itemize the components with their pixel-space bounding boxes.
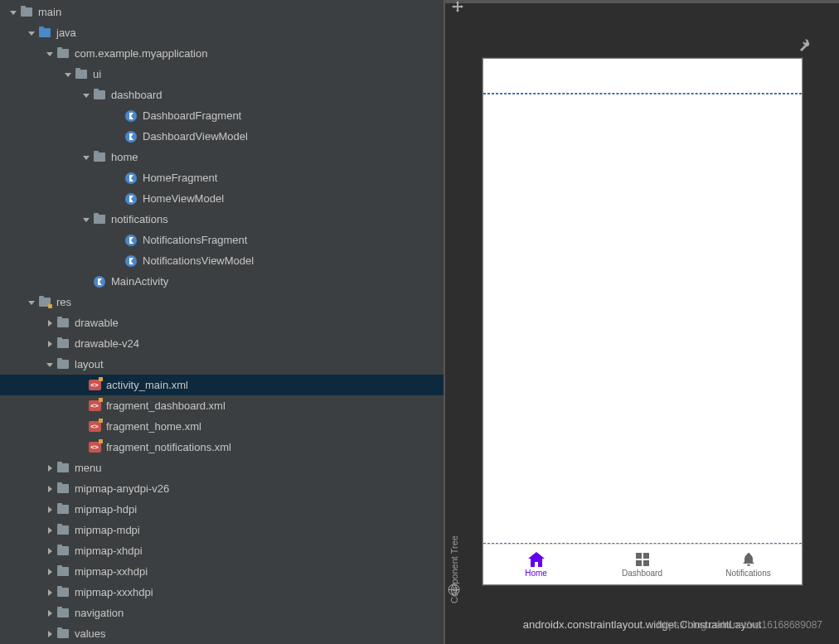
folder-icon [56, 607, 70, 620]
package-icon [93, 151, 106, 164]
tree-node-mipmap[interactable]: mipmap-xxxhdpi [0, 582, 444, 603]
tree-node-file[interactable]: fragment_dashboard.xml [0, 395, 444, 416]
chevron-right-icon[interactable] [43, 503, 56, 516]
tree-label: res [56, 296, 71, 308]
chevron-right-icon[interactable] [43, 524, 56, 537]
xml-layout-icon [88, 441, 101, 454]
dashboard-icon [634, 552, 651, 567]
tree-node-activity-main[interactable]: activity_main.xml [0, 375, 444, 395]
folder-icon [56, 503, 70, 516]
chevron-down-icon[interactable] [80, 89, 93, 102]
tree-node-file[interactable]: HomeFragment [0, 167, 444, 188]
tree-label: mipmap-mdpi [75, 524, 140, 536]
folder-icon [56, 586, 70, 599]
tree-label: main [38, 6, 61, 18]
tree-label: activity_main.xml [106, 379, 188, 391]
chevron-down-icon[interactable] [7, 6, 20, 19]
tree-node-file[interactable]: HomeViewModel [0, 188, 444, 209]
project-tree-panel[interactable]: main java com.example.myapplication ui d… [0, 0, 444, 644]
chevron-down-icon[interactable] [25, 296, 38, 309]
tree-node-file[interactable]: NotificationsFragment [0, 230, 444, 250]
package-icon [56, 47, 70, 61]
tree-label: DashboardFragment [143, 109, 241, 122]
chevron-right-icon[interactable] [43, 607, 56, 620]
chevron-right-icon[interactable] [43, 565, 56, 579]
tree-label: ui [93, 68, 101, 80]
tree-node-file[interactable]: NotificationsViewModel [0, 250, 444, 271]
kotlin-class-icon [93, 275, 106, 288]
chevron-right-icon[interactable] [43, 317, 56, 330]
folder-icon [38, 27, 51, 40]
folder-icon [56, 482, 70, 496]
tree-label: NotificationsViewModel [143, 254, 254, 267]
chevron-right-icon[interactable] [43, 462, 56, 475]
tree-label: fragment_home.xml [106, 420, 201, 433]
folder-icon [20, 6, 33, 19]
tree-label: fragment_notifications.xml [106, 441, 231, 453]
tree-node-mipmap[interactable]: mipmap-xhdpi [0, 540, 444, 561]
tree-node-menu[interactable]: menu [0, 458, 444, 478]
kotlin-class-icon [124, 234, 138, 247]
nav-item-home[interactable]: Home [483, 545, 589, 584]
kotlin-class-icon [124, 109, 138, 123]
tree-node-file[interactable]: fragment_home.xml [0, 416, 444, 437]
kotlin-class-icon [124, 254, 138, 268]
tree-label: com.example.myapplication [75, 47, 207, 60]
tree-node-mipmap[interactable]: mipmap-hdpi [0, 499, 444, 520]
chevron-down-icon[interactable] [61, 68, 75, 81]
tree-node-java[interactable]: java [0, 22, 444, 43]
tree-label: mipmap-xxhdpi [75, 565, 148, 578]
tree-node-package[interactable]: com.example.myapplication [0, 43, 444, 64]
tree-node-ui[interactable]: ui [0, 64, 444, 85]
tree-node-file[interactable]: DashboardFragment [0, 105, 444, 126]
tree-node-drawable-v24[interactable]: drawable-v24 [0, 333, 444, 354]
chevron-right-icon[interactable] [43, 627, 56, 641]
chevron-right-icon[interactable] [43, 337, 56, 351]
svg-rect-11 [643, 553, 649, 559]
tree-label: HomeViewModel [143, 192, 224, 205]
tree-node-notifications[interactable]: notifications [0, 209, 444, 230]
device-frame[interactable]: Home Dashboard Notifications [483, 58, 803, 585]
chevron-down-icon[interactable] [80, 151, 93, 164]
kotlin-class-icon [124, 130, 138, 143]
tree-label: mipmap-anydpi-v26 [75, 482, 169, 495]
chevron-right-icon[interactable] [43, 545, 56, 558]
tree-node-mipmap[interactable]: mipmap-mdpi [0, 520, 444, 540]
tree-node-file[interactable]: DashboardViewModel [0, 126, 444, 147]
tree-node-navigation[interactable]: navigation [0, 603, 444, 623]
tree-node-res[interactable]: res [0, 292, 444, 312]
tree-node-dashboard[interactable]: dashboard [0, 85, 444, 105]
tree-label: layout [75, 358, 104, 370]
chevron-down-icon[interactable] [80, 213, 93, 226]
nav-label: Notifications [725, 569, 770, 578]
chevron-right-icon[interactable] [43, 482, 56, 496]
nav-label: Dashboard [622, 569, 662, 578]
tree-node-file[interactable]: fragment_notifications.xml [0, 437, 444, 458]
tree-node-mipmap[interactable]: mipmap-anydpi-v26 [0, 478, 444, 499]
design-canvas[interactable]: Home Dashboard Notifications [445, 0, 839, 644]
tree-node-main[interactable]: main [0, 2, 444, 22]
chevron-right-icon[interactable] [43, 586, 56, 599]
chevron-down-icon[interactable] [25, 27, 38, 40]
tree-label: mipmap-hdpi [75, 503, 137, 516]
chevron-down-icon[interactable] [43, 358, 56, 371]
svg-rect-12 [636, 560, 642, 566]
tree-label: java [56, 27, 76, 39]
tree-node-values[interactable]: values [0, 623, 444, 644]
tree-node-mipmap[interactable]: mipmap-xxhdpi [0, 561, 444, 582]
chevron-down-icon[interactable] [43, 47, 56, 61]
tree-node-drawable[interactable]: drawable [0, 312, 444, 333]
tree-node-layout[interactable]: layout [0, 354, 444, 375]
watermark-text: https://blog.csdn.net/ws16168689087 [657, 619, 822, 631]
tree-label: menu [75, 462, 102, 474]
tree-label: MainActivity [111, 275, 168, 288]
kotlin-class-icon [124, 172, 138, 185]
tree-node-file[interactable]: MainActivity [0, 271, 444, 292]
folder-icon [56, 565, 70, 579]
nav-item-dashboard[interactable]: Dashboard [589, 545, 696, 584]
tree-label: fragment_dashboard.xml [106, 399, 226, 412]
nav-item-notifications[interactable]: Notifications [696, 545, 802, 584]
folder-icon [56, 317, 70, 330]
tree-node-home[interactable]: home [0, 147, 444, 167]
tree-label: drawable [75, 317, 119, 329]
